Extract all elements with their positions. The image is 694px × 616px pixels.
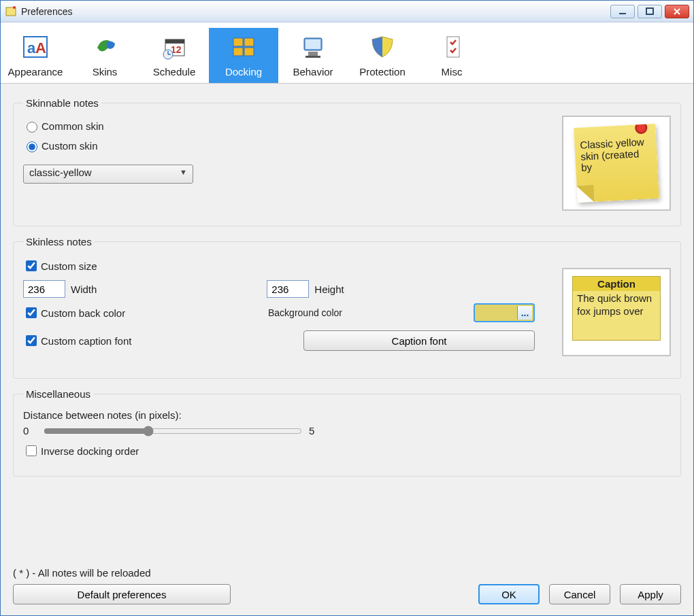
caption-font-button[interactable]: Caption font: [303, 330, 535, 351]
checkbox-custom-caption-font[interactable]: [26, 335, 37, 346]
svg-rect-12: [244, 38, 254, 46]
skinless-preview: Caption The quick brown fox jumps over: [562, 268, 671, 356]
group-skinnable: Skinnable notes Common skin Custom skin …: [13, 97, 681, 226]
svg-point-1: [13, 6, 16, 9]
minimize-button[interactable]: [610, 5, 635, 18]
apply-button[interactable]: Apply: [620, 584, 681, 604]
appearance-icon: aA: [1, 31, 70, 63]
checkbox-label: Custom caption font: [41, 335, 131, 347]
tab-protection[interactable]: Protection: [348, 28, 417, 83]
width-input[interactable]: [23, 280, 65, 298]
tab-label: Docking: [209, 66, 278, 78]
tab-behavior[interactable]: Behavior: [278, 28, 348, 83]
svg-rect-13: [233, 48, 243, 56]
tab-label: Schedule: [139, 66, 209, 78]
height-input[interactable]: [267, 280, 309, 298]
preferences-window: Preferences aA Appearance Skins 12 Sched…: [0, 0, 694, 616]
preview-body: The quick brown fox jumps over: [573, 291, 660, 340]
misc-icon: [417, 31, 486, 63]
sticky-note-preview: Classic yellow skin (created by: [574, 124, 659, 203]
bg-color-label: Background color: [268, 307, 342, 318]
fold-icon: [576, 185, 595, 203]
default-preferences-button[interactable]: Default preferences: [13, 584, 231, 604]
tab-docking[interactable]: Docking: [209, 28, 278, 83]
bg-color-button[interactable]: ...: [474, 303, 535, 322]
content-area: Skinnable notes Common skin Custom skin …: [1, 84, 693, 560]
group-legend: Miscellaneous: [23, 388, 93, 400]
checkbox-label: Custom size: [41, 260, 97, 272]
group-legend: Skinless notes: [23, 236, 95, 247]
docking-icon: [209, 31, 278, 63]
svg-rect-3: [646, 8, 653, 14]
radio-label: Common skin: [42, 120, 104, 132]
behavior-icon: [278, 31, 348, 63]
group-legend: Skinnable notes: [23, 97, 101, 109]
tab-skins[interactable]: Skins: [70, 28, 139, 83]
app-icon: [5, 5, 17, 18]
schedule-icon: 12: [139, 31, 209, 63]
reload-footnote: ( * ) - All notes will be reloaded: [13, 567, 681, 579]
protection-icon: [348, 31, 417, 63]
tab-misc[interactable]: Misc: [417, 28, 486, 83]
tab-label: Appearance: [1, 66, 70, 78]
window-title: Preferences: [21, 6, 72, 17]
skins-icon: [70, 31, 139, 63]
combo-value: classic-yellow: [29, 167, 92, 178]
distance-slider[interactable]: [44, 426, 302, 437]
tab-label: Behavior: [278, 66, 348, 78]
ellipsis-icon: ...: [517, 306, 532, 320]
checkbox-custom-size[interactable]: [26, 260, 37, 271]
checkbox-label: Inverse docking order: [41, 445, 139, 457]
tab-appearance[interactable]: aA Appearance: [1, 28, 70, 83]
pin-icon: [635, 124, 648, 135]
svg-rect-18: [305, 56, 320, 58]
height-label: Height: [314, 284, 344, 295]
radio-label: Custom skin: [42, 140, 98, 152]
ok-button[interactable]: OK: [478, 584, 540, 604]
radio-custom-skin[interactable]: [27, 141, 37, 152]
close-button[interactable]: [665, 5, 689, 18]
tab-label: Misc: [417, 66, 486, 78]
checkbox-custom-back-color[interactable]: [26, 307, 37, 318]
slider-min: 0: [23, 425, 37, 437]
maximize-button[interactable]: [638, 5, 662, 18]
svg-rect-17: [308, 52, 318, 56]
titlebar: Preferences: [1, 1, 693, 22]
preview-caption: Caption: [573, 277, 660, 291]
svg-rect-19: [447, 37, 459, 57]
skinless-note: Caption The quick brown fox jumps over: [572, 276, 661, 341]
svg-rect-14: [244, 48, 254, 56]
preview-text: Classic yellow skin (created by: [580, 136, 644, 173]
checkbox-inverse-docking[interactable]: [26, 445, 37, 456]
group-skinless: Skinless notes Custom size Width Height …: [13, 236, 681, 379]
svg-text:A: A: [35, 39, 46, 56]
svg-rect-11: [233, 38, 243, 46]
checkbox-label: Custom back color: [41, 307, 125, 319]
tab-bar: aA Appearance Skins 12 Schedule Docking: [1, 22, 693, 84]
svg-rect-8: [165, 39, 184, 44]
slider-max: 5: [309, 425, 323, 437]
radio-common-skin[interactable]: [27, 122, 37, 133]
tab-schedule[interactable]: 12 Schedule: [139, 28, 209, 83]
cancel-button[interactable]: Cancel: [549, 584, 610, 604]
svg-rect-2: [619, 13, 626, 14]
footer: ( * ) - All notes will be reloaded Defau…: [1, 560, 693, 615]
tab-label: Skins: [70, 66, 139, 78]
svg-rect-16: [305, 39, 320, 49]
skin-combobox[interactable]: classic-yellow: [23, 165, 193, 184]
width-label: Width: [71, 284, 97, 295]
group-misc: Miscellaneous Distance between notes (in…: [13, 388, 681, 477]
distance-label: Distance between notes (in pixels):: [23, 409, 671, 421]
tab-label: Protection: [348, 66, 417, 78]
skin-preview: Classic yellow skin (created by: [562, 116, 671, 211]
